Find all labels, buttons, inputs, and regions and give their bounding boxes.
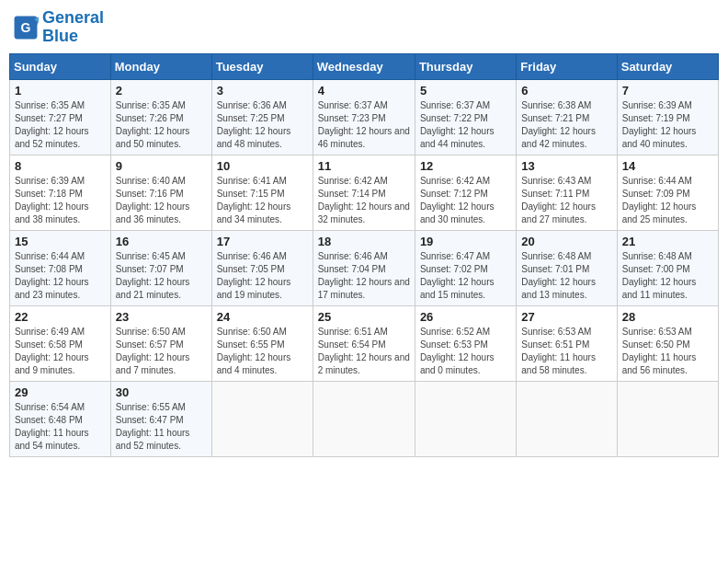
day-info: Sunrise: 6:35 AM Sunset: 7:27 PM Dayligh… [15, 99, 106, 151]
day-number: 7 [622, 84, 713, 98]
header-wednesday: Wednesday [313, 53, 415, 79]
header-monday: Monday [110, 53, 211, 79]
calendar-cell: 25 Sunrise: 6:51 AM Sunset: 6:54 PM Dayl… [313, 305, 415, 381]
page-header: G General Blue [9, 9, 719, 46]
day-info: Sunrise: 6:41 AM Sunset: 7:15 PM Dayligh… [217, 175, 308, 226]
calendar-cell: 26 Sunrise: 6:52 AM Sunset: 6:53 PM Dayl… [415, 305, 516, 381]
day-info: Sunrise: 6:50 AM Sunset: 6:57 PM Dayligh… [116, 326, 207, 377]
day-info: Sunrise: 6:39 AM Sunset: 7:19 PM Dayligh… [622, 99, 713, 151]
logo: G General Blue [13, 9, 104, 46]
calendar-week-3: 15 Sunrise: 6:44 AM Sunset: 7:08 PM Dayl… [10, 230, 719, 305]
day-info: Sunrise: 6:53 AM Sunset: 6:51 PM Dayligh… [521, 326, 611, 377]
day-number: 20 [521, 235, 611, 248]
day-number: 17 [217, 235, 308, 248]
day-number: 5 [420, 84, 511, 98]
day-number: 11 [318, 159, 410, 173]
day-number: 8 [15, 159, 106, 173]
header-thursday: Thursday [415, 53, 516, 79]
logo-text: General Blue [42, 9, 104, 46]
day-info: Sunrise: 6:48 AM Sunset: 7:00 PM Dayligh… [622, 250, 713, 302]
calendar-cell [211, 381, 313, 456]
day-info: Sunrise: 6:38 AM Sunset: 7:21 PM Dayligh… [521, 99, 611, 151]
day-number: 27 [521, 310, 611, 324]
calendar-week-4: 22 Sunrise: 6:49 AM Sunset: 6:58 PM Dayl… [10, 305, 719, 381]
calendar-cell: 27 Sunrise: 6:53 AM Sunset: 6:51 PM Dayl… [517, 305, 617, 381]
day-info: Sunrise: 6:42 AM Sunset: 7:14 PM Dayligh… [318, 175, 410, 226]
day-number: 16 [116, 235, 207, 248]
day-info: Sunrise: 6:39 AM Sunset: 7:18 PM Dayligh… [15, 175, 106, 226]
calendar-table: SundayMondayTuesdayWednesdayThursdayFrid… [9, 53, 719, 457]
day-info: Sunrise: 6:51 AM Sunset: 6:54 PM Dayligh… [318, 326, 410, 377]
calendar-week-5: 29 Sunrise: 6:54 AM Sunset: 6:48 PM Dayl… [10, 381, 719, 456]
day-info: Sunrise: 6:52 AM Sunset: 6:53 PM Dayligh… [420, 326, 511, 377]
day-number: 1 [15, 84, 106, 98]
calendar-cell [517, 381, 617, 456]
day-info: Sunrise: 6:50 AM Sunset: 6:55 PM Dayligh… [217, 326, 308, 377]
calendar-week-2: 8 Sunrise: 6:39 AM Sunset: 7:18 PM Dayli… [10, 155, 719, 230]
calendar-cell: 28 Sunrise: 6:53 AM Sunset: 6:50 PM Dayl… [617, 305, 718, 381]
calendar-cell: 10 Sunrise: 6:41 AM Sunset: 7:15 PM Dayl… [211, 155, 313, 230]
day-info: Sunrise: 6:37 AM Sunset: 7:22 PM Dayligh… [420, 99, 511, 151]
calendar-cell: 12 Sunrise: 6:42 AM Sunset: 7:12 PM Dayl… [415, 155, 516, 230]
day-number: 18 [318, 235, 410, 248]
day-info: Sunrise: 6:47 AM Sunset: 7:02 PM Dayligh… [420, 250, 511, 302]
calendar-cell: 1 Sunrise: 6:35 AM Sunset: 7:27 PM Dayli… [10, 79, 111, 155]
header-saturday: Saturday [617, 53, 718, 79]
day-number: 21 [622, 235, 713, 248]
calendar-cell: 16 Sunrise: 6:45 AM Sunset: 7:07 PM Dayl… [110, 230, 211, 305]
day-number: 2 [116, 84, 207, 98]
calendar-cell: 23 Sunrise: 6:50 AM Sunset: 6:57 PM Dayl… [110, 305, 211, 381]
day-info: Sunrise: 6:37 AM Sunset: 7:23 PM Dayligh… [318, 99, 410, 151]
calendar-cell: 17 Sunrise: 6:46 AM Sunset: 7:05 PM Dayl… [211, 230, 313, 305]
day-number: 14 [622, 159, 713, 173]
calendar-header-row: SundayMondayTuesdayWednesdayThursdayFrid… [10, 53, 719, 79]
day-info: Sunrise: 6:40 AM Sunset: 7:16 PM Dayligh… [116, 175, 207, 226]
calendar-cell: 20 Sunrise: 6:48 AM Sunset: 7:01 PM Dayl… [517, 230, 617, 305]
day-info: Sunrise: 6:44 AM Sunset: 7:09 PM Dayligh… [622, 175, 713, 226]
calendar-cell: 8 Sunrise: 6:39 AM Sunset: 7:18 PM Dayli… [10, 155, 111, 230]
day-info: Sunrise: 6:45 AM Sunset: 7:07 PM Dayligh… [116, 250, 207, 302]
calendar-cell: 14 Sunrise: 6:44 AM Sunset: 7:09 PM Dayl… [617, 155, 718, 230]
calendar-cell: 13 Sunrise: 6:43 AM Sunset: 7:11 PM Dayl… [517, 155, 617, 230]
calendar-cell [617, 381, 718, 456]
calendar-cell: 6 Sunrise: 6:38 AM Sunset: 7:21 PM Dayli… [517, 79, 617, 155]
calendar-cell: 29 Sunrise: 6:54 AM Sunset: 6:48 PM Dayl… [10, 381, 111, 456]
day-info: Sunrise: 6:46 AM Sunset: 7:04 PM Dayligh… [318, 250, 410, 302]
calendar-cell: 4 Sunrise: 6:37 AM Sunset: 7:23 PM Dayli… [313, 79, 415, 155]
header-sunday: Sunday [10, 53, 111, 79]
calendar-cell: 11 Sunrise: 6:42 AM Sunset: 7:14 PM Dayl… [313, 155, 415, 230]
day-info: Sunrise: 6:55 AM Sunset: 6:47 PM Dayligh… [116, 401, 207, 453]
calendar-cell: 2 Sunrise: 6:35 AM Sunset: 7:26 PM Dayli… [110, 79, 211, 155]
day-number: 29 [15, 385, 106, 399]
calendar-cell: 21 Sunrise: 6:48 AM Sunset: 7:00 PM Dayl… [617, 230, 718, 305]
calendar-cell: 3 Sunrise: 6:36 AM Sunset: 7:25 PM Dayli… [211, 79, 313, 155]
day-info: Sunrise: 6:53 AM Sunset: 6:50 PM Dayligh… [622, 326, 713, 377]
calendar-cell: 15 Sunrise: 6:44 AM Sunset: 7:08 PM Dayl… [10, 230, 111, 305]
day-info: Sunrise: 6:36 AM Sunset: 7:25 PM Dayligh… [217, 99, 308, 151]
calendar-cell: 24 Sunrise: 6:50 AM Sunset: 6:55 PM Dayl… [211, 305, 313, 381]
day-number: 28 [622, 310, 713, 324]
day-number: 15 [15, 235, 106, 248]
day-number: 19 [420, 235, 511, 248]
day-info: Sunrise: 6:35 AM Sunset: 7:26 PM Dayligh… [116, 99, 207, 151]
day-number: 24 [217, 310, 308, 324]
day-number: 4 [318, 84, 410, 98]
day-number: 30 [116, 385, 207, 399]
calendar-cell: 19 Sunrise: 6:47 AM Sunset: 7:02 PM Dayl… [415, 230, 516, 305]
day-info: Sunrise: 6:49 AM Sunset: 6:58 PM Dayligh… [15, 326, 106, 377]
day-number: 12 [420, 159, 511, 173]
logo-icon: G [13, 15, 39, 40]
day-info: Sunrise: 6:54 AM Sunset: 6:48 PM Dayligh… [15, 401, 106, 453]
calendar-cell: 7 Sunrise: 6:39 AM Sunset: 7:19 PM Dayli… [617, 79, 718, 155]
calendar-cell [313, 381, 415, 456]
calendar-week-1: 1 Sunrise: 6:35 AM Sunset: 7:27 PM Dayli… [10, 79, 719, 155]
header-tuesday: Tuesday [211, 53, 313, 79]
day-number: 3 [217, 84, 308, 98]
calendar-cell: 18 Sunrise: 6:46 AM Sunset: 7:04 PM Dayl… [313, 230, 415, 305]
day-info: Sunrise: 6:43 AM Sunset: 7:11 PM Dayligh… [521, 175, 611, 226]
day-number: 13 [521, 159, 611, 173]
day-info: Sunrise: 6:46 AM Sunset: 7:05 PM Dayligh… [217, 250, 308, 302]
day-number: 9 [116, 159, 207, 173]
day-number: 22 [15, 310, 106, 324]
calendar-cell: 22 Sunrise: 6:49 AM Sunset: 6:58 PM Dayl… [10, 305, 111, 381]
